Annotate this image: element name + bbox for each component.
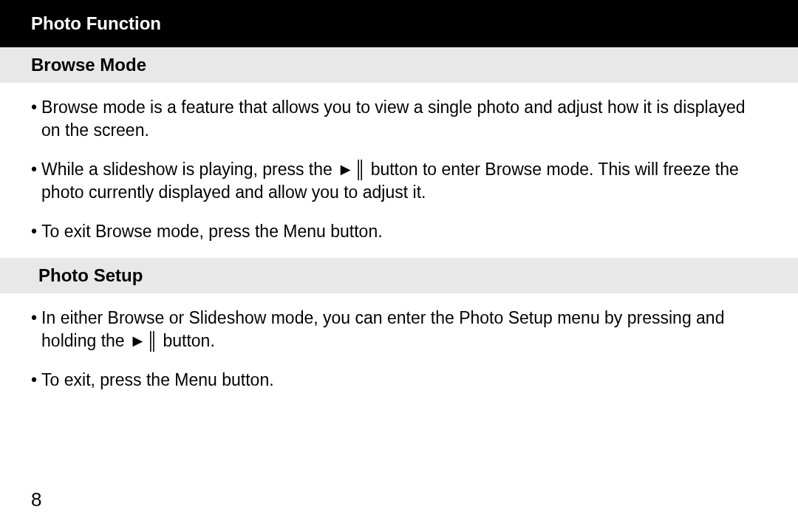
page-title: Photo Function <box>31 13 161 33</box>
section-content-browse: • Browse mode is a feature that allows y… <box>0 83 798 258</box>
section-content-setup: • In either Browse or Slideshow mode, yo… <box>0 293 798 406</box>
list-item: • To exit Browse mode, press the Menu bu… <box>31 220 767 243</box>
bullet-text: To exit Browse mode, press the Menu butt… <box>41 220 767 243</box>
manual-page: Photo Function Browse Mode • Browse mode… <box>0 0 798 532</box>
bullet-icon: • <box>31 158 37 181</box>
bullet-text: Browse mode is a feature that allows you… <box>41 96 767 142</box>
list-item: • Browse mode is a feature that allows y… <box>31 96 767 142</box>
bullet-icon: • <box>31 369 37 392</box>
bullet-text: In either Browse or Slideshow mode, you … <box>41 307 767 352</box>
bullet-icon: • <box>31 307 37 330</box>
bullet-text: While a slideshow is playing, press the … <box>41 158 767 204</box>
section-heading-setup: Photo Setup <box>0 258 798 293</box>
page-number: 8 <box>31 488 41 511</box>
section-title: Photo Setup <box>38 265 143 285</box>
list-item: • While a slideshow is playing, press th… <box>31 158 767 204</box>
section-heading-browse: Browse Mode <box>0 47 798 83</box>
bullet-icon: • <box>31 96 37 119</box>
section-title: Browse Mode <box>31 55 146 75</box>
bullet-text: To exit, press the Menu button. <box>41 369 767 392</box>
list-item: • To exit, press the Menu button. <box>31 369 767 392</box>
bullet-icon: • <box>31 220 37 243</box>
list-item: • In either Browse or Slideshow mode, yo… <box>31 307 767 352</box>
page-title-bar: Photo Function <box>0 0 798 47</box>
